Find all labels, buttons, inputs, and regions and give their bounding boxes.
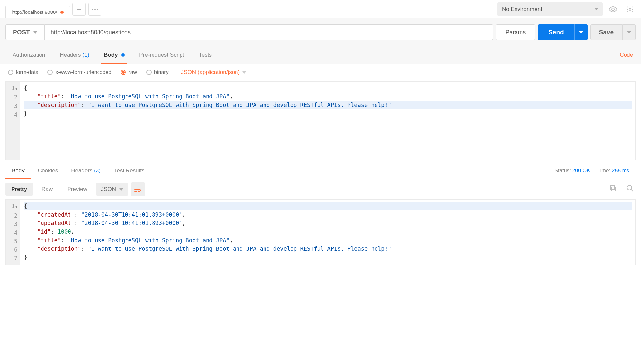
wrap-lines-button[interactable] [131, 182, 145, 196]
svg-point-0 [92, 9, 93, 10]
unsaved-dot-icon [60, 11, 64, 14]
params-button[interactable]: Params [496, 24, 535, 40]
radio-raw[interactable]: raw [121, 69, 137, 75]
chevron-down-icon [594, 8, 598, 10]
request-builder-row: POST http://localhost:8080/questions Par… [0, 18, 641, 46]
radio-icon [8, 70, 13, 75]
radio-binary[interactable]: binary [146, 69, 169, 75]
environment-area: No Environment [493, 0, 641, 18]
save-dropdown-button[interactable] [623, 24, 636, 40]
tab-options-button[interactable] [88, 3, 101, 16]
request-tabs-area: http://localhost:8080/ [0, 0, 493, 18]
radio-form-data[interactable]: form-data [8, 69, 38, 75]
url-value: http://localhost:8080/questions [51, 29, 131, 36]
content-type-select[interactable]: JSON (application/json) [181, 69, 247, 76]
radio-icon [47, 70, 53, 75]
svg-point-3 [612, 8, 614, 11]
save-button[interactable]: Save [590, 24, 623, 40]
chevron-down-icon [33, 31, 37, 34]
send-dropdown-button[interactable] [574, 24, 588, 40]
resp-headers-count: (3) [94, 168, 101, 174]
search-button[interactable] [627, 185, 636, 194]
send-button[interactable]: Send [538, 24, 574, 40]
view-pretty-button[interactable]: Pretty [5, 183, 33, 196]
code-link[interactable]: Code [617, 46, 636, 64]
tab-authorization[interactable]: Authorization [5, 46, 52, 64]
chevron-down-icon [242, 71, 246, 74]
save-button-group: Save [590, 24, 636, 40]
request-tab[interactable]: http://localhost:8080/ [5, 6, 70, 18]
http-method-label: POST [13, 29, 30, 36]
settings-button[interactable] [623, 2, 637, 16]
environment-label: No Environment [502, 6, 542, 13]
response-toolbar: Pretty Raw Preview JSON [0, 179, 641, 199]
copy-button[interactable] [609, 185, 619, 194]
code-area[interactable]: { "createdAt": "2018-04-30T10:41:01.893+… [20, 200, 635, 265]
body-type-row: form-data x-www-form-urlencoded raw bina… [0, 64, 641, 81]
modified-dot-icon [121, 53, 125, 57]
chevron-down-icon [627, 31, 631, 34]
chevron-down-icon [119, 188, 123, 191]
code-area[interactable]: { "title": "How to use PostgreSQL with S… [20, 82, 635, 160]
radio-icon [121, 70, 126, 75]
svg-point-2 [97, 9, 98, 10]
headers-count: (1) [82, 52, 89, 58]
line-gutter: 1▼ 2 3 4 5 6 7 [6, 200, 20, 265]
svg-point-1 [94, 9, 96, 10]
svg-rect-5 [610, 186, 614, 190]
url-input[interactable]: http://localhost:8080/questions [45, 24, 493, 40]
chevron-down-icon [579, 31, 583, 34]
response-section-tabs: Body Cookies Headers (3) Test Results St… [0, 163, 641, 179]
tab-tests[interactable]: Tests [191, 46, 219, 64]
resp-tab-test-results[interactable]: Test Results [107, 163, 151, 179]
send-button-group: Send [538, 24, 587, 40]
response-body-editor[interactable]: 1▼ 2 3 4 5 6 7 { "createdAt": "2018-04-3… [5, 199, 636, 265]
request-section-tabs: Authorization Headers (1) Body Pre-reque… [0, 46, 641, 64]
new-tab-button[interactable] [72, 3, 86, 16]
resp-tab-cookies[interactable]: Cookies [31, 163, 65, 179]
view-raw-button[interactable]: Raw [36, 183, 59, 196]
radio-urlencoded[interactable]: x-www-form-urlencoded [47, 69, 111, 75]
view-preview-button[interactable]: Preview [61, 183, 93, 196]
svg-point-4 [629, 8, 631, 10]
resp-tab-body[interactable]: Body [5, 163, 31, 179]
request-body-editor[interactable]: 1▼ 2 3 4 { "title": "How to use PostgreS… [5, 81, 636, 160]
tab-prerequest[interactable]: Pre-request Script [132, 46, 191, 64]
environment-select[interactable]: No Environment [497, 2, 603, 16]
tab-headers[interactable]: Headers (1) [52, 46, 97, 64]
status-info: Status: 200 OK Time: 255 ms [554, 168, 636, 174]
line-gutter: 1▼ 2 3 4 [6, 82, 20, 160]
tab-body[interactable]: Body [97, 46, 132, 64]
topbar: http://localhost:8080/ No Environment [0, 0, 641, 18]
radio-icon [146, 70, 152, 75]
time-value: 255 ms [612, 168, 629, 173]
format-select[interactable]: JSON [96, 183, 128, 196]
resp-tab-headers[interactable]: Headers (3) [65, 163, 107, 179]
http-method-select[interactable]: POST [5, 24, 45, 40]
request-tab-title: http://localhost:8080/ [12, 9, 57, 15]
svg-point-7 [627, 185, 632, 190]
environment-preview-button[interactable] [606, 2, 620, 16]
svg-rect-6 [612, 187, 616, 191]
status-value: 200 OK [572, 168, 590, 173]
